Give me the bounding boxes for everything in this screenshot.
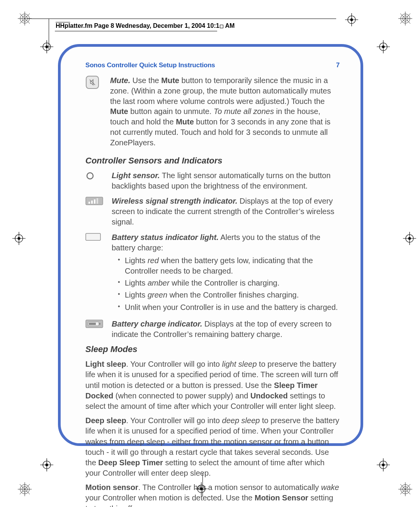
proof-header-underline [55, 31, 217, 31]
printer-crosshair-icon [403, 232, 416, 245]
wireless-signal-icon [85, 197, 103, 228]
svg-rect-68 [89, 323, 96, 325]
svg-point-31 [46, 46, 48, 48]
svg-rect-61 [91, 201, 93, 204]
printer-crosshair-icon [377, 40, 390, 53]
battery-status-bullet-list: Lights red when the battery gets low, in… [118, 255, 340, 313]
printer-starburst-icon [17, 11, 32, 26]
list-item: Unlit when your Controller is in use and… [118, 302, 340, 313]
mute-description-row: Mute. Use the Mute button to temporarily… [85, 75, 340, 148]
light-sensor-icon [85, 171, 95, 191]
svg-point-43 [408, 237, 411, 240]
svg-rect-64 [86, 233, 100, 240]
battery-charge-icon [85, 320, 104, 340]
deep-sleep-paragraph: Deep sleep. Your Controller will go into… [85, 415, 340, 478]
battery-status-light-text: Battery status indicator light. Alerts y… [112, 232, 340, 314]
crop-line [27, 19, 336, 19]
page-frame: Sonos Controller Quick Setup Instruction… [58, 44, 363, 446]
light-sleep-paragraph: Light sleep. Your Controller will go int… [85, 359, 340, 412]
svg-rect-60 [88, 202, 90, 204]
printer-starburst-icon [17, 481, 32, 497]
battery-charge-indicator-row: Battery charge indicator. Displays at th… [85, 319, 340, 340]
printer-starburst-icon [398, 11, 413, 26]
running-title: Sonos Controller Quick Setup Instruction… [85, 61, 215, 69]
printer-crosshair-icon [40, 40, 53, 53]
svg-point-55 [200, 488, 202, 490]
list-item: Lights amber while the Controller is cha… [118, 278, 340, 288]
section-sleep-heading: Sleep Modes [85, 344, 340, 354]
printer-crosshair-icon [12, 232, 26, 245]
svg-rect-67 [99, 323, 100, 325]
svg-point-58 [87, 173, 93, 179]
section-sensors-heading: Controller Sensors and Indicators [85, 156, 340, 166]
battery-status-light-row: Battery status indicator light. Alerts y… [85, 232, 340, 314]
svg-point-35 [382, 46, 384, 48]
motion-sensor-paragraph: Motion sensor. The Controller has a moti… [85, 482, 340, 507]
mute-button-icon [85, 75, 99, 148]
light-sensor-row: Light sensor. The light sensor automatic… [85, 170, 340, 191]
battery-charge-indicator-text: Battery charge indicator. Displays at th… [112, 319, 340, 340]
printer-crosshair-icon [195, 482, 208, 495]
wireless-indicator-row: Wireless signal strength indicator. Disp… [85, 196, 340, 228]
svg-point-51 [382, 464, 384, 466]
list-item: Lights green when the Controller finishe… [118, 290, 340, 300]
battery-status-light-icon [85, 233, 101, 314]
svg-point-27 [350, 19, 353, 21]
svg-point-39 [18, 237, 20, 240]
wireless-indicator-text: Wireless signal strength indicator. Disp… [112, 196, 340, 228]
mute-description: Mute. Use the Mute button to temporarily… [110, 75, 340, 148]
printer-crosshair-icon [40, 458, 53, 471]
proof-filename-prefix: HHpl [56, 22, 70, 29]
printer-starburst-icon [398, 481, 413, 497]
missing-glyph-icon [220, 25, 223, 28]
printer-crosshair-icon [345, 13, 358, 26]
svg-rect-63 [97, 198, 98, 204]
printer-crosshair-icon [377, 458, 390, 471]
light-sensor-text: Light sensor. The light sensor automatic… [112, 170, 340, 191]
proof-header-text: atter.fm Page 8 Wednesday, December 1, 2… [70, 22, 219, 29]
proof-header-suffix: AM [224, 22, 235, 29]
svg-rect-62 [94, 199, 95, 204]
list-item: Lights red when the battery gets low, in… [118, 255, 340, 276]
page-number: 7 [336, 61, 340, 69]
proof-header: HHplatter.fm Page 8 Wednesday, December … [56, 22, 235, 29]
svg-point-47 [46, 464, 48, 466]
running-header: Sonos Controller Quick Setup Instruction… [85, 61, 340, 69]
